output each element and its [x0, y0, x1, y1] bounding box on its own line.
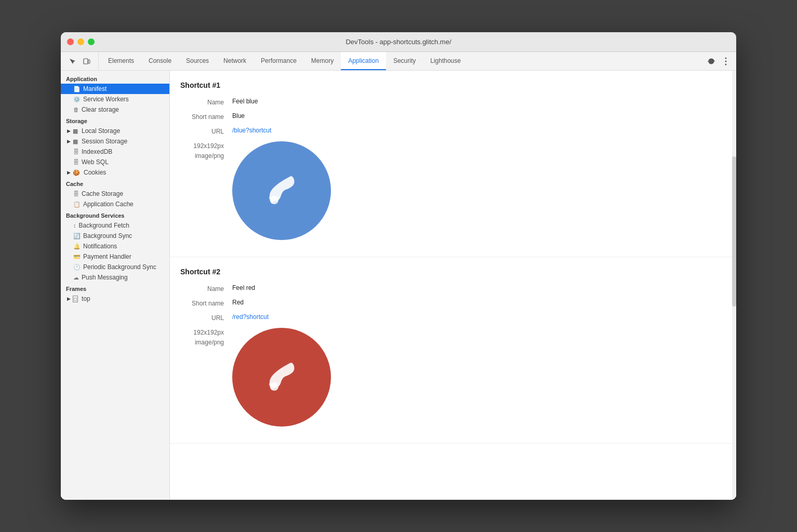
shortcut-2-url-link[interactable]: /red?shortcut	[232, 313, 269, 321]
push-messaging-icon: ☁	[73, 274, 79, 281]
sidebar-item-payment-handler[interactable]: 💳 Payment Handler	[61, 251, 169, 262]
sidebar-item-local-storage[interactable]: ▶ ▦ Local Storage	[61, 126, 169, 136]
shortcut-2-section: Shortcut #2 Name Feel red Short name Red…	[170, 257, 736, 444]
sidebar-item-background-fetch[interactable]: ↕ Background Fetch	[61, 220, 169, 231]
main-area: Application 📄 Manifest ⚙️ Service Worker…	[61, 71, 736, 500]
device-icon[interactable]	[81, 55, 93, 68]
shortcut-1-title: Shortcut #1	[180, 81, 721, 89]
sidebar-item-indexeddb[interactable]: 🗄 IndexedDB	[61, 147, 169, 157]
expand-session-storage-icon: ▶	[67, 139, 71, 144]
sidebar-item-notifications[interactable]: 🔔 Notifications	[61, 241, 169, 251]
sidebar-item-manifest[interactable]: 📄 Manifest	[61, 84, 169, 94]
sidebar-section-background-services: Background Services	[61, 209, 169, 220]
sidebar-section-cache: Cache	[61, 178, 169, 189]
shortcut-2-name-value: Feel red	[232, 284, 255, 291]
cache-storage-icon: 🗄	[73, 191, 79, 197]
svg-rect-0	[84, 59, 88, 64]
shortcut-2-title: Shortcut #2	[180, 268, 721, 276]
window-title: DevTools - app-shortcuts.glitch.me/	[346, 38, 451, 46]
shortcut-2-image	[232, 328, 331, 427]
close-button[interactable]	[67, 38, 74, 45]
tab-icons	[66, 52, 99, 70]
background-sync-icon: 🔄	[73, 233, 81, 240]
shortcut-2-url-label: URL	[180, 313, 232, 322]
svg-point-2	[725, 57, 727, 59]
shortcut-2-shortname-label: Short name	[180, 299, 232, 307]
shortcut-1-name-value: Feel blue	[232, 98, 258, 105]
shortcut-1-image-block: 192x192px image/png	[180, 141, 721, 240]
tab-memory[interactable]: Memory	[304, 52, 341, 70]
cookies-icon: 🍪	[73, 169, 80, 176]
scrollbar-track	[732, 71, 736, 500]
devtools-window: DevTools - app-shortcuts.glitch.me/	[61, 32, 736, 500]
tab-bar-right	[705, 52, 736, 70]
notifications-icon: 🔔	[73, 243, 81, 250]
shortcut-1-shortname-value: Blue	[232, 112, 245, 119]
application-cache-icon: 📋	[73, 201, 81, 208]
tab-lighthouse[interactable]: Lighthouse	[423, 52, 468, 70]
shortcut-1-image-size: 192x192px	[180, 141, 224, 151]
sidebar-item-periodic-background-sync[interactable]: 🕐 Periodic Background Sync	[61, 262, 169, 272]
tab-sources[interactable]: Sources	[179, 52, 216, 70]
content-area: Shortcut #1 Name Feel blue Short name Bl…	[170, 71, 736, 500]
cursor-icon[interactable]	[66, 55, 78, 68]
sidebar-item-service-workers[interactable]: ⚙️ Service Workers	[61, 94, 169, 104]
shortcut-1-image	[232, 141, 331, 240]
clear-storage-icon: 🗑	[73, 107, 79, 113]
frame-icon: □	[73, 296, 78, 302]
sidebar-item-top[interactable]: ▶ □ top	[61, 294, 169, 304]
sidebar-section-storage: Storage	[61, 115, 169, 126]
expand-top-icon: ▶	[67, 296, 71, 301]
minimize-button[interactable]	[77, 38, 84, 45]
titlebar: DevTools - app-shortcuts.glitch.me/	[61, 32, 736, 52]
devtools-panel: Elements Console Sources Network Perform…	[61, 52, 736, 500]
tab-security[interactable]: Security	[386, 52, 423, 70]
settings-icon[interactable]	[705, 55, 718, 68]
tab-console[interactable]: Console	[141, 52, 179, 70]
shortcut-1-url-label: URL	[180, 127, 232, 135]
local-storage-db-icon: ▦	[73, 128, 78, 135]
sidebar-item-clear-storage[interactable]: 🗑 Clear storage	[61, 104, 169, 115]
more-options-icon[interactable]	[720, 55, 732, 68]
sidebar-item-application-cache[interactable]: 📋 Application Cache	[61, 199, 169, 209]
tab-elements[interactable]: Elements	[101, 52, 141, 70]
shortcut-1-image-meta: 192x192px image/png	[180, 141, 232, 161]
shortcut-1-url-link[interactable]: /blue?shortcut	[232, 127, 271, 134]
shortcut-2-name-label: Name	[180, 284, 232, 292]
shortcut-1-url-row: URL /blue?shortcut	[180, 127, 721, 135]
tab-network[interactable]: Network	[216, 52, 254, 70]
shortcut-1-name-row: Name Feel blue	[180, 98, 721, 106]
sidebar-item-web-sql[interactable]: 🗄 Web SQL	[61, 157, 169, 167]
sidebar-item-push-messaging[interactable]: ☁ Push Messaging	[61, 272, 169, 283]
shortcut-2-name-row: Name Feel red	[180, 284, 721, 292]
service-workers-icon: ⚙️	[73, 96, 81, 103]
sidebar-item-session-storage[interactable]: ▶ ▦ Session Storage	[61, 136, 169, 147]
shortcut-1-image-type: image/png	[180, 151, 224, 161]
svg-point-4	[725, 63, 727, 65]
shortcut-1-shortname-row: Short name Blue	[180, 112, 721, 121]
sidebar-section-application: Application	[61, 73, 169, 84]
tab-performance[interactable]: Performance	[254, 52, 304, 70]
scrollbar-thumb[interactable]	[732, 156, 736, 307]
shortcut-2-shortname-value: Red	[232, 299, 244, 306]
expand-cookies-icon: ▶	[67, 170, 71, 175]
background-fetch-icon: ↕	[73, 222, 76, 229]
traffic-lights	[67, 38, 95, 45]
sidebar-item-cache-storage[interactable]: 🗄 Cache Storage	[61, 189, 169, 199]
sidebar-item-cookies[interactable]: ▶ 🍪 Cookies	[61, 167, 169, 178]
shortcut-1-name-label: Name	[180, 98, 232, 106]
sidebar-section-frames: Frames	[61, 283, 169, 294]
session-storage-db-icon: ▦	[73, 138, 78, 145]
shortcut-2-image-block: 192x192px image/png	[180, 328, 721, 427]
shortcut-2-shortname-row: Short name Red	[180, 299, 721, 307]
expand-local-storage-icon: ▶	[67, 128, 71, 134]
indexeddb-icon: 🗄	[73, 149, 79, 155]
shortcut-2-image-type: image/png	[180, 338, 224, 348]
tab-application[interactable]: Application	[341, 52, 386, 70]
svg-rect-1	[88, 60, 90, 63]
payment-handler-icon: 💳	[73, 254, 81, 260]
shortcut-1-shortname-label: Short name	[180, 112, 232, 121]
sidebar-item-background-sync[interactable]: 🔄 Background Sync	[61, 231, 169, 241]
shortcut-2-url-row: URL /red?shortcut	[180, 313, 721, 322]
maximize-button[interactable]	[88, 38, 95, 45]
